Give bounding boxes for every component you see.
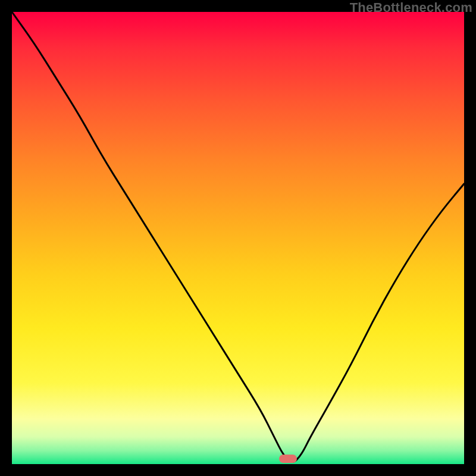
curve-path bbox=[12, 12, 464, 462]
watermark-text: TheBottleneck.com bbox=[350, 0, 472, 15]
bottleneck-curve bbox=[12, 12, 464, 464]
optimum-marker bbox=[279, 455, 297, 463]
chart-frame: TheBottleneck.com bbox=[0, 0, 476, 476]
plot-area bbox=[12, 12, 464, 464]
